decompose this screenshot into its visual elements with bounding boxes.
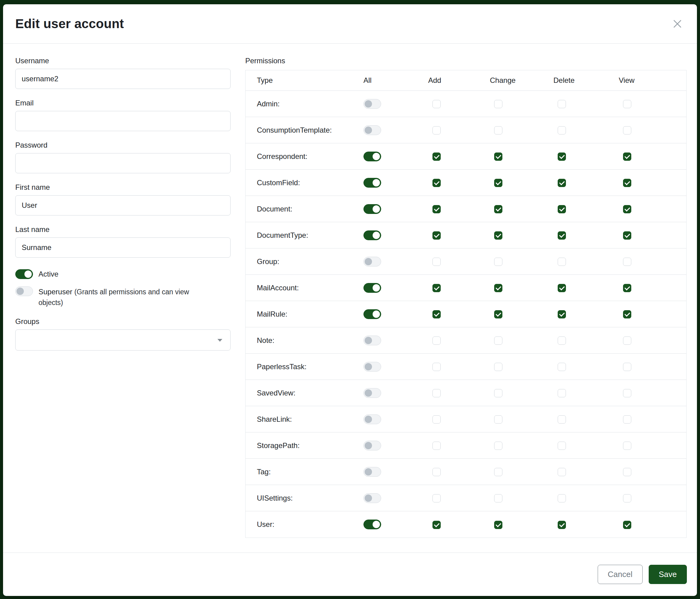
permission-add-checkbox[interactable] xyxy=(432,126,441,135)
permission-delete-checkbox[interactable] xyxy=(558,284,566,292)
permission-all-toggle[interactable] xyxy=(364,414,381,424)
active-toggle[interactable] xyxy=(15,269,33,279)
permission-add-checkbox[interactable] xyxy=(432,152,441,161)
permission-all-toggle[interactable] xyxy=(364,151,381,161)
permission-change-checkbox[interactable] xyxy=(494,179,502,187)
permission-view-checkbox[interactable] xyxy=(623,363,631,371)
email-input[interactable] xyxy=(15,111,231,131)
permission-delete-checkbox[interactable] xyxy=(558,152,566,161)
permission-change-checkbox[interactable] xyxy=(494,152,502,161)
permission-change-checkbox[interactable] xyxy=(494,231,502,240)
permission-change-checkbox[interactable] xyxy=(494,415,502,424)
permission-all-toggle[interactable] xyxy=(364,441,381,451)
permission-view-checkbox[interactable] xyxy=(623,258,631,266)
permission-delete-checkbox[interactable] xyxy=(558,468,566,476)
permission-add-checkbox[interactable] xyxy=(432,205,441,213)
permission-view-checkbox[interactable] xyxy=(623,521,631,529)
last-name-input[interactable] xyxy=(15,237,231,258)
groups-select[interactable] xyxy=(15,330,231,351)
save-button[interactable]: Save xyxy=(649,565,687,584)
permission-delete-checkbox[interactable] xyxy=(558,336,566,345)
permission-change-checkbox[interactable] xyxy=(494,258,502,266)
permission-all-toggle[interactable] xyxy=(364,336,381,345)
permission-delete-checkbox[interactable] xyxy=(558,205,566,213)
permission-all-toggle[interactable] xyxy=(364,178,381,188)
permission-all-toggle[interactable] xyxy=(364,125,381,135)
permission-view-checkbox[interactable] xyxy=(623,415,631,424)
permission-view-checkbox[interactable] xyxy=(623,100,631,108)
permission-all-toggle[interactable] xyxy=(364,231,381,240)
last-name-field-group: Last name xyxy=(15,225,231,258)
permission-view-checkbox[interactable] xyxy=(623,336,631,345)
permission-row: MailRule: xyxy=(246,301,686,327)
permission-add-checkbox[interactable] xyxy=(432,415,441,424)
permission-change-checkbox[interactable] xyxy=(494,441,502,450)
permission-delete-checkbox[interactable] xyxy=(558,363,566,371)
permission-change-checkbox[interactable] xyxy=(494,310,502,318)
permission-view-checkbox[interactable] xyxy=(623,231,631,240)
permission-delete-checkbox[interactable] xyxy=(558,258,566,266)
permission-add-checkbox[interactable] xyxy=(432,100,441,108)
permission-view-checkbox[interactable] xyxy=(623,152,631,161)
superuser-toggle[interactable] xyxy=(15,286,33,296)
permission-view-checkbox[interactable] xyxy=(623,310,631,318)
permission-change-checkbox[interactable] xyxy=(494,389,502,397)
permission-delete-checkbox[interactable] xyxy=(558,179,566,187)
permission-add-checkbox[interactable] xyxy=(432,389,441,397)
permission-delete-checkbox[interactable] xyxy=(558,521,566,529)
permission-change-checkbox[interactable] xyxy=(494,126,502,135)
permission-add-checkbox[interactable] xyxy=(432,494,441,502)
permission-change-checkbox[interactable] xyxy=(494,363,502,371)
permission-view-checkbox[interactable] xyxy=(623,468,631,476)
permission-change-checkbox[interactable] xyxy=(494,494,502,502)
permission-delete-checkbox[interactable] xyxy=(558,494,566,502)
permission-add-checkbox[interactable] xyxy=(432,521,441,529)
permission-delete-checkbox[interactable] xyxy=(558,310,566,318)
permission-all-toggle[interactable] xyxy=(364,257,381,266)
permission-view-checkbox[interactable] xyxy=(623,205,631,213)
permission-change-checkbox[interactable] xyxy=(494,468,502,476)
permission-delete-checkbox[interactable] xyxy=(558,100,566,108)
first-name-input[interactable] xyxy=(15,195,231,215)
permission-all-toggle[interactable] xyxy=(364,520,381,529)
permission-all-toggle[interactable] xyxy=(364,362,381,372)
permission-add-checkbox[interactable] xyxy=(432,310,441,318)
permission-add-checkbox[interactable] xyxy=(432,258,441,266)
permission-add-checkbox[interactable] xyxy=(432,441,441,450)
permission-view-checkbox[interactable] xyxy=(623,126,631,135)
username-input[interactable] xyxy=(15,69,231,89)
permission-change-checkbox[interactable] xyxy=(494,336,502,345)
permission-view-checkbox[interactable] xyxy=(623,179,631,187)
permission-row: ConsumptionTemplate: xyxy=(246,117,686,143)
permission-add-checkbox[interactable] xyxy=(432,363,441,371)
permission-view-checkbox[interactable] xyxy=(623,441,631,450)
permission-add-checkbox[interactable] xyxy=(432,468,441,476)
permission-view-checkbox[interactable] xyxy=(623,389,631,397)
permission-delete-checkbox[interactable] xyxy=(558,415,566,424)
permission-view-checkbox[interactable] xyxy=(623,494,631,502)
permission-delete-checkbox[interactable] xyxy=(558,231,566,240)
close-button[interactable] xyxy=(670,17,685,31)
permission-delete-checkbox[interactable] xyxy=(558,441,566,450)
permission-change-checkbox[interactable] xyxy=(494,284,502,292)
permission-all-toggle[interactable] xyxy=(364,388,381,398)
password-input[interactable] xyxy=(15,153,231,173)
permission-add-checkbox[interactable] xyxy=(432,231,441,240)
password-label: Password xyxy=(15,141,231,149)
permission-change-checkbox[interactable] xyxy=(494,205,502,213)
permission-all-toggle[interactable] xyxy=(364,204,381,214)
permission-add-checkbox[interactable] xyxy=(432,179,441,187)
permission-all-toggle[interactable] xyxy=(364,283,381,293)
permission-all-toggle[interactable] xyxy=(364,309,381,319)
permission-delete-checkbox[interactable] xyxy=(558,126,566,135)
permission-change-checkbox[interactable] xyxy=(494,100,502,108)
cancel-button[interactable]: Cancel xyxy=(598,565,643,584)
permission-all-toggle[interactable] xyxy=(364,99,381,109)
permission-delete-checkbox[interactable] xyxy=(558,389,566,397)
permission-change-checkbox[interactable] xyxy=(494,521,502,529)
permission-all-toggle[interactable] xyxy=(364,493,381,503)
permission-add-checkbox[interactable] xyxy=(432,336,441,345)
permission-view-checkbox[interactable] xyxy=(623,284,631,292)
permission-all-toggle[interactable] xyxy=(364,467,381,477)
permission-add-checkbox[interactable] xyxy=(432,284,441,292)
